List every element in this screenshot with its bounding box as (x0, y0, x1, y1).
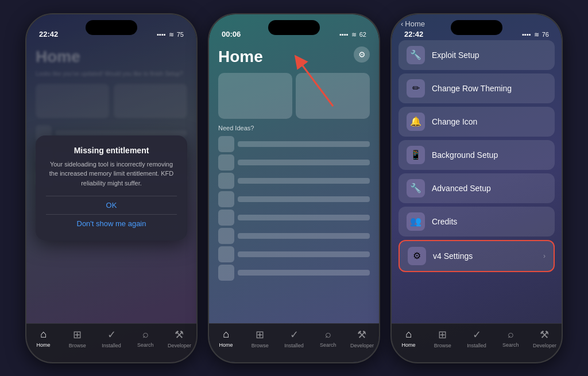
tab-browse-icon-2: ⊞ (256, 328, 264, 341)
settings-item-advanced-setup[interactable]: 🔧 Advanced Setup (399, 173, 555, 203)
change-icon-icon: 🔔 (407, 113, 425, 131)
dialog-body: Your sideloading tool is incorrectly rem… (46, 160, 177, 188)
advanced-setup-icon: 🔧 (407, 179, 425, 197)
tab-search-1[interactable]: ⌕ Search (129, 328, 163, 348)
tab-search-3[interactable]: ⌕ Search (494, 328, 528, 348)
list-line (238, 251, 370, 257)
status-icons-3: ▪▪▪▪ ≋ 76 (522, 31, 549, 38)
tab-developer-2[interactable]: ⚒ Developer (345, 328, 379, 348)
settings-gear-button[interactable]: ⚙ (354, 46, 370, 63)
phone-2: 00:06 ▪▪▪▪ ≋ 62 ⚙ Home (208, 13, 380, 363)
list-item (218, 173, 370, 189)
battery-icon-1: 75 (177, 31, 184, 38)
tab-search-label-3: Search (502, 342, 519, 348)
settings-item-change-icon[interactable]: 🔔 Change Icon (399, 107, 555, 137)
tab-installed-3[interactable]: ✓ Installed (459, 328, 493, 348)
wifi-icon-2: ≋ (351, 31, 357, 38)
v4-settings-icon: ⚙ (408, 247, 426, 265)
list-line (238, 233, 370, 239)
signal-icon-3: ▪▪▪▪ (522, 31, 531, 38)
tab-installed-icon-3: ✓ (473, 328, 481, 341)
tab-installed-2[interactable]: ✓ Installed (277, 328, 311, 348)
dialog-ok-button[interactable]: OK (46, 196, 177, 214)
settings-item-exploit-setup[interactable]: 🔧 Exploit Setup (399, 40, 555, 70)
v4-settings-label: v4 Settings (433, 251, 536, 261)
exploit-setup-icon: 🔧 (407, 46, 425, 64)
tab-developer-label-1: Developer (168, 343, 191, 348)
tab-installed-icon-1: ✓ (107, 328, 116, 341)
credits-label: Credits (432, 217, 547, 226)
list-thumb (218, 228, 234, 244)
tab-installed-icon-2: ✓ (290, 328, 299, 341)
settings-item-background-setup[interactable]: 📱 Background Setup (399, 140, 555, 170)
background-setup-label: Background Setup (432, 150, 547, 160)
tab-developer-3[interactable]: ⚒ Developer (528, 328, 562, 348)
list-item (218, 136, 370, 152)
dialog-overlay: Missing entitlement Your sideloading too… (26, 14, 196, 362)
list-item (218, 210, 370, 226)
list-item (218, 228, 370, 244)
tab-home-icon-1: ⌂ (40, 328, 47, 340)
background-setup-icon: 📱 (407, 146, 425, 164)
tab-installed-label-1: Installed (102, 343, 121, 348)
tab-home-2[interactable]: ⌂ Home (209, 328, 243, 348)
settings-list: 🔧 Exploit Setup ✏ Change Row Theming 🔔 C… (392, 36, 562, 277)
grid-card-2 (296, 73, 370, 119)
tab-home-icon-3: ⌂ (405, 328, 412, 340)
grid-card-1 (218, 73, 292, 119)
phone2-home-title: Home (218, 48, 370, 66)
tab-installed-1[interactable]: ✓ Installed (94, 328, 128, 348)
settings-item-credits[interactable]: 👥 Credits (399, 207, 555, 237)
change-row-theming-label: Change Row Theming (432, 84, 547, 93)
tab-browse-3[interactable]: ⊞ Browse (425, 328, 459, 348)
dialog-dont-show-button[interactable]: Don't show me again (46, 214, 177, 232)
phone2-list (218, 136, 370, 281)
tab-bar-2: ⌂ Home ⊞ Browse ✓ Installed ⌕ Search ⚒ (209, 323, 379, 362)
wifi-icon-1: ≋ (169, 31, 174, 38)
phone-1: 22:42 ▪▪▪▪ ≋ 75 Home Looks like you've u… (25, 13, 198, 363)
list-line (238, 160, 370, 165)
tab-search-label-2: Search (320, 342, 336, 348)
list-item (218, 265, 370, 281)
wifi-icon-3: ≋ (534, 31, 539, 38)
phone2-grid-cards (218, 73, 370, 119)
tab-bar-1: ⌂ Home ⊞ Browse ✓ Installed ⌕ Search ⚒ (26, 323, 196, 362)
tab-developer-icon-3: ⚒ (540, 328, 549, 341)
list-thumb (218, 136, 234, 152)
tab-developer-1[interactable]: ⚒ Developer (163, 328, 196, 348)
settings-item-v4-settings[interactable]: ⚙ v4 Settings › (399, 240, 555, 272)
tab-browse-1[interactable]: ⊞ Browse (60, 328, 94, 348)
status-icons-2: ▪▪▪▪ ≋ 62 (339, 31, 366, 38)
dialog-title: Missing entitlement (46, 146, 177, 155)
list-thumb (218, 173, 234, 189)
tab-home-3[interactable]: ⌂ Home (392, 328, 425, 348)
dynamic-island-2 (268, 20, 320, 35)
list-line (238, 215, 370, 220)
tab-developer-icon-2: ⚒ (357, 328, 366, 341)
tab-home-1[interactable]: ⌂ Home (26, 328, 60, 348)
phone2-main-content: Home Need Ideas? (209, 42, 379, 323)
list-thumb (218, 210, 234, 226)
tab-search-icon-3: ⌕ (508, 328, 514, 340)
list-item (218, 154, 370, 170)
tab-home-icon-2: ⌂ (223, 328, 229, 340)
list-thumb (218, 246, 234, 262)
tab-browse-label-2: Browse (252, 343, 269, 348)
status-time-2: 00:06 (222, 30, 241, 38)
list-thumb (218, 265, 234, 281)
list-item (218, 246, 370, 262)
tab-installed-label-2: Installed (284, 343, 304, 348)
tab-search-2[interactable]: ⌕ Search (311, 328, 345, 348)
tab-search-icon-1: ⌕ (142, 328, 149, 340)
list-thumb (218, 154, 234, 170)
credits-icon: 👥 (407, 212, 425, 231)
tab-browse-icon-3: ⊞ (438, 328, 447, 341)
list-line (238, 196, 370, 202)
tab-browse-2[interactable]: ⊞ Browse (243, 328, 277, 348)
settings-item-change-row-theming[interactable]: ✏ Change Row Theming (399, 73, 555, 103)
tab-bar-3: ⌂ Home ⊞ Browse ✓ Installed ⌕ Search ⚒ (392, 323, 562, 362)
list-thumb (218, 191, 234, 207)
signal-icon-2: ▪▪▪▪ (339, 31, 349, 38)
tab-developer-label-2: Developer (350, 343, 374, 348)
tab-browse-label-3: Browse (434, 343, 451, 348)
